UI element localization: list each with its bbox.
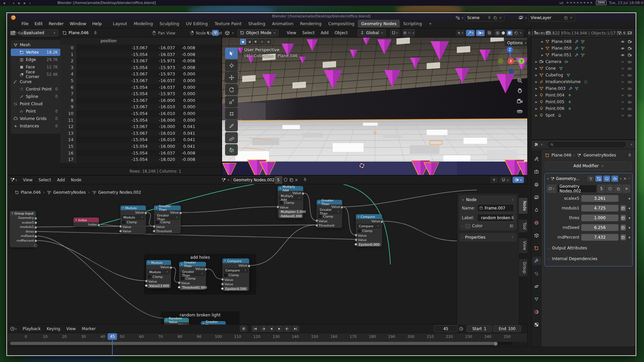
table-row[interactable]: 10 -15.054 -16.010 0.000	[60, 110, 221, 117]
output-socket-empty[interactable]	[34, 244, 37, 247]
render-disabled-icon[interactable]	[628, 100, 632, 104]
input-socket-value[interactable]	[355, 238, 358, 241]
output-socket-value[interactable]	[380, 220, 383, 223]
node-compare2[interactable]: ∨Compare ValueCompare∨ClampValueValueEps…	[222, 258, 249, 291]
playhead-line[interactable]	[112, 339, 113, 356]
xray-toggle-icon[interactable]	[486, 30, 493, 36]
fake-user-shield-icon[interactable]	[283, 178, 288, 182]
timeline-editor-icon[interactable]	[10, 326, 15, 331]
node-value-field[interactable]: Epsilon0.000	[357, 243, 381, 247]
drag-handle[interactable]: ⠿	[628, 177, 630, 180]
end-frame-field[interactable]: End 100	[493, 325, 521, 332]
node-value-field[interactable]: Addend1.000	[279, 214, 302, 218]
hide-eye-icon[interactable]	[621, 46, 625, 51]
section-chevron[interactable]: ›	[462, 236, 463, 239]
jump-to-end-button[interactable]	[292, 325, 299, 332]
color-expand-chevron[interactable]: ›	[462, 224, 463, 228]
render-disabled-icon[interactable]	[628, 86, 632, 91]
hidden-toggle-icon[interactable]	[621, 80, 625, 84]
output-socket-value[interactable]	[179, 212, 182, 215]
npanel-tab-tool[interactable]: Tool	[519, 219, 528, 233]
render-disabled-icon[interactable]	[628, 73, 632, 77]
table-row[interactable]: 15 -15.054 -16.000 0.041	[60, 143, 221, 150]
input-attribute-toggle-icon[interactable]	[621, 225, 626, 231]
orientation-dropdown[interactable]: Global∨	[358, 29, 386, 37]
outliner-item-point.004[interactable]: ▶ Point.004	[531, 92, 635, 99]
expand-arrow[interactable]: ▶	[541, 40, 543, 43]
input-socket-value[interactable]	[315, 219, 318, 222]
node-value-field[interactable]: Value13.600	[148, 284, 170, 288]
animate-dot[interactable]	[629, 237, 630, 238]
node-value-field[interactable]: Threshold1.000	[180, 286, 205, 290]
show-overlays-icon[interactable]: ∨	[476, 30, 485, 36]
outliner-item-point.005[interactable]: ▶ Point.005	[531, 99, 635, 105]
shading-chevron[interactable]: ∨	[520, 31, 522, 35]
wm-icon[interactable]: ⁚	[9, 1, 10, 5]
clamp-checkbox[interactable]: Clamp	[179, 276, 206, 281]
properties-tab-physics[interactable]	[532, 282, 541, 290]
viewlayer-icon[interactable]	[519, 15, 523, 20]
hide-eye-icon[interactable]	[621, 40, 625, 44]
animate-dot[interactable]	[629, 198, 630, 199]
timeline-menu-keying[interactable]: Keying	[44, 325, 63, 332]
hidden-toggle-icon[interactable]	[621, 66, 625, 71]
node-menu-add[interactable]: Add	[54, 177, 68, 183]
expand-arrow[interactable]: ▶	[541, 54, 543, 57]
node-operation-dropdown[interactable]: Modulo∨	[148, 270, 170, 275]
workspace-tab-animation[interactable]: Animation	[269, 20, 297, 27]
modifier-name[interactable]: Geometry...	[556, 176, 586, 181]
select-mode-3[interactable]: ◫	[259, 39, 265, 45]
tree-item-control-point[interactable]: Control Point 0	[11, 85, 60, 93]
outliner-item-camera[interactable]: ▶ Camera	[531, 58, 635, 65]
output-socket-modulo1[interactable]	[34, 226, 37, 229]
expand-arrow[interactable]: ▶	[535, 80, 537, 83]
clamp-checkbox[interactable]: Clamp	[278, 200, 303, 205]
node-group_input[interactable]: ∨Group Input Geometryscalex5modulo1thres…	[10, 211, 36, 247]
shading-rendered-icon[interactable]	[514, 31, 518, 35]
node-canvas[interactable]: Plane.046›GeometryNodes›Geometry Nodes.0…	[7, 184, 528, 324]
render-disabled-icon[interactable]	[628, 80, 632, 84]
input-socket-value[interactable]	[153, 225, 156, 228]
table-row[interactable]: 1 -15.054 -16.037 -0.008	[60, 51, 221, 58]
workspace-tab-modeling[interactable]: Modeling	[130, 20, 156, 27]
camdata-icon[interactable]	[564, 60, 569, 64]
cursor-tool[interactable]	[225, 60, 238, 71]
clamp-checkbox[interactable]: Clamp	[317, 214, 342, 219]
breadcrumb-item[interactable]: Plane.046	[15, 190, 41, 195]
wm-icon[interactable]: ▪	[18, 1, 20, 5]
breadcrumb-modifier[interactable]: GeometryNodes	[583, 153, 616, 158]
dots-icon[interactable]	[584, 80, 588, 84]
outliner-item-plane.003[interactable]: ▶ Plane.003	[531, 85, 635, 92]
node-greater1[interactable]: ∨Greater Than ValueGreater Than∨ClampVal…	[154, 205, 181, 234]
output-socket-value[interactable]	[302, 192, 305, 195]
input-socket-value[interactable]	[178, 281, 181, 284]
table-row[interactable]: 6 -15.054 -16.037 0.000	[60, 84, 221, 91]
menu-file[interactable]: File	[18, 20, 32, 27]
properties-editor-icon[interactable]	[534, 142, 539, 147]
workspace-tab-rendering[interactable]: Rendering	[297, 20, 325, 27]
wm-download-icon[interactable]: ↓	[29, 1, 32, 5]
timeline-scrollbar[interactable]	[10, 342, 513, 345]
timeline-ruler[interactable]: 0102030405060708090100110120130140150160…	[7, 333, 527, 342]
viewport-editor-icon[interactable]	[225, 31, 230, 36]
nodegroup-browse-icon[interactable]: ∨	[547, 185, 556, 193]
wm-icon[interactable]: ▪	[3, 1, 5, 5]
input-socket-threshold[interactable]	[153, 230, 156, 233]
node-editor-icon[interactable]	[10, 177, 15, 182]
expand-chevron[interactable]: ∨	[547, 177, 549, 180]
properties-tab-material[interactable]	[532, 308, 541, 316]
output-socket-value[interactable]	[144, 212, 147, 215]
node-greater2[interactable]: ∨Greater Than ValueGreater Than∨ClampVal…	[317, 200, 342, 228]
output-socket-value[interactable]	[340, 206, 343, 209]
scene-icon[interactable]	[455, 15, 460, 20]
mode-dropdown[interactable]: Object Mode∨	[237, 29, 278, 37]
nodegroup-name-field[interactable]: Geometry Nodes.002	[557, 185, 597, 193]
nodegroup-users-count[interactable]: 5	[598, 185, 605, 193]
table-row[interactable]: 17 -15.054 -18.020 -0.008	[60, 156, 221, 163]
properties-tab-particles[interactable]	[532, 269, 541, 278]
tree-item-instances[interactable]: Instances 0	[11, 122, 60, 130]
play-button[interactable]	[276, 325, 283, 332]
drag-handle[interactable]: ⠿	[512, 198, 514, 201]
nodetree-icon[interactable]	[221, 178, 226, 182]
modifier-extras-chevron[interactable]: ∨	[620, 177, 622, 180]
